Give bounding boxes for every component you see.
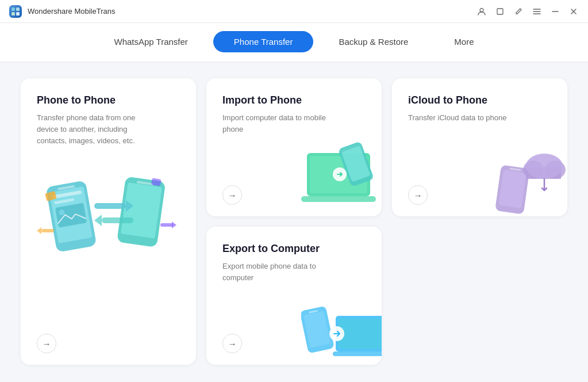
svg-point-39 xyxy=(526,154,563,179)
svg-rect-45 xyxy=(333,352,382,356)
svg-marker-23 xyxy=(172,221,176,228)
card-import-arrow[interactable]: → xyxy=(222,185,242,205)
card-phone-to-phone-arrow[interactable]: → xyxy=(37,334,56,353)
titlebar: Wondershare MobileTrans xyxy=(0,0,588,23)
card-export-desc: Export mobile phone data to computer xyxy=(222,261,337,284)
phone-to-phone-illustration xyxy=(37,147,175,262)
app-title: Wondershare MobileTrans xyxy=(28,7,115,16)
svg-point-4 xyxy=(480,8,483,12)
nav-bar: WhatsApp Transfer Phone Transfer Backup … xyxy=(0,23,588,62)
card-export-arrow[interactable]: → xyxy=(222,334,242,353)
card-export-to-computer[interactable]: Export to Computer Export mobile phone d… xyxy=(206,227,382,365)
svg-rect-0 xyxy=(11,7,15,11)
svg-rect-16 xyxy=(94,203,126,209)
main-content: Phone to Phone Transfer phone data from … xyxy=(0,62,588,381)
svg-marker-25 xyxy=(37,227,41,234)
export-illustration xyxy=(301,284,376,359)
tab-more[interactable]: More xyxy=(433,31,494,52)
card-phone-to-phone[interactable]: Phone to Phone Transfer phone data from … xyxy=(21,78,196,365)
svg-rect-2 xyxy=(11,12,15,16)
minimize-button[interactable] xyxy=(550,6,560,17)
icloud-illustration xyxy=(487,136,562,211)
svg-rect-18 xyxy=(102,217,133,223)
svg-rect-28 xyxy=(301,196,376,202)
svg-rect-24 xyxy=(41,229,54,232)
svg-marker-19 xyxy=(94,215,102,226)
card-phone-to-phone-desc: Transfer phone data from one device to a… xyxy=(37,112,152,147)
svg-rect-5 xyxy=(497,9,503,14)
card-icloud-desc: Transfer iCloud data to phone xyxy=(408,112,523,124)
svg-rect-44 xyxy=(339,319,382,349)
card-import-to-phone[interactable]: Import to Phone Import computer data to … xyxy=(206,78,382,216)
svg-rect-3 xyxy=(16,12,20,16)
card-import-desc: Import computer data to mobile phone xyxy=(222,112,337,135)
card-icloud-to-phone[interactable]: iCloud to Phone Transfer iCloud data to … xyxy=(392,78,567,216)
card-export-title: Export to Computer xyxy=(222,243,366,255)
account-button[interactable] xyxy=(476,6,487,17)
card-import-title: Import to Phone xyxy=(222,94,366,106)
pen-button[interactable] xyxy=(513,6,524,17)
titlebar-controls xyxy=(476,6,579,17)
svg-rect-22 xyxy=(160,223,173,227)
titlebar-left: Wondershare MobileTrans xyxy=(9,5,115,18)
svg-rect-33 xyxy=(498,170,526,208)
import-illustration xyxy=(301,136,376,211)
tab-whatsapp[interactable]: WhatsApp Transfer xyxy=(93,31,208,52)
app-icon xyxy=(9,5,22,18)
menu-button[interactable] xyxy=(532,6,542,17)
restore-button[interactable] xyxy=(495,6,505,17)
card-icloud-arrow[interactable]: → xyxy=(408,185,428,205)
tab-phone[interactable]: Phone Transfer xyxy=(213,31,314,52)
card-phone-to-phone-title: Phone to Phone xyxy=(37,94,180,106)
card-icloud-title: iCloud to Phone xyxy=(408,94,551,106)
tab-backup[interactable]: Backup & Restore xyxy=(318,31,429,52)
svg-rect-1 xyxy=(16,7,20,11)
close-button[interactable] xyxy=(568,6,579,17)
